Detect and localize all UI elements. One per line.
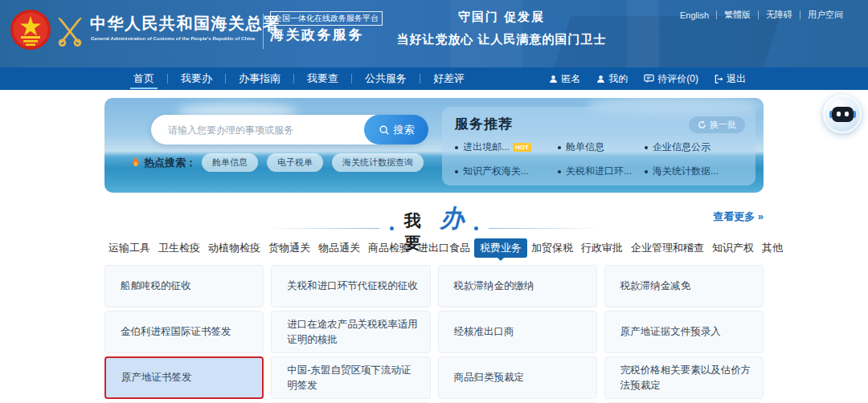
recommend-item-manifest[interactable]: 舱单信息 xyxy=(558,140,640,154)
top-link-accessibility[interactable]: 无障碍 xyxy=(759,9,800,21)
search-bar: 搜索 xyxy=(151,115,426,145)
robot-face-icon xyxy=(832,107,854,122)
hot-search-label: 热点搜索： xyxy=(144,156,196,170)
service-card-approved-exporter[interactable]: 经核准出口商 xyxy=(438,311,597,353)
robot-eye xyxy=(845,112,849,116)
service-card-kimberley[interactable]: 金伯利进程国际证书签发 xyxy=(104,311,264,353)
hot-search-row: 热点搜索： 舱单信息 电子税单 海关统计数据查询 xyxy=(131,153,432,172)
tab-health-quarantine[interactable]: 卫生检疫 xyxy=(154,238,204,258)
chat-bubble-icon xyxy=(644,74,654,83)
nav-item-home[interactable]: 首页 xyxy=(121,67,167,90)
tab-transport[interactable]: 运输工具 xyxy=(104,238,154,258)
hot-tag-stats[interactable]: 海关统计数据查询 xyxy=(332,153,424,172)
slogan-line-1: 守国门 促发展 xyxy=(384,10,619,25)
service-grid: 船舶吨税的征收 关税和进口环节代征税的征收 税款滞纳金的缴纳 税款滞纳金减免 金… xyxy=(104,265,764,403)
top-link-user-space[interactable]: 用户空间 xyxy=(800,9,850,21)
tab-admin-approval[interactable]: 行政审批 xyxy=(577,238,627,258)
service-card-classification-ruling[interactable]: 商品归类预裁定 xyxy=(438,356,597,399)
service-card-tonnage-tax[interactable]: 船舶吨税的征收 xyxy=(104,265,264,307)
hot-badge: HOT xyxy=(513,143,531,152)
search-input[interactable] xyxy=(151,115,360,145)
recommend-label: 舱单信息 xyxy=(566,140,604,154)
search-button[interactable]: 搜索 xyxy=(364,115,428,145)
refresh-batch-button[interactable]: 换一批 xyxy=(689,116,745,133)
service-card-valuation-ruling[interactable]: 完税价格相关要素以及估价方法预裁定 xyxy=(604,356,764,399)
recommend-label: 进出境邮... xyxy=(463,140,510,154)
service-card-origin-certificate-highlighted[interactable]: 原产地证书签发 xyxy=(104,356,264,399)
section-head: 我要 办 查看更多 » xyxy=(104,202,764,230)
main-navbar: 首页 我要办 办事指南 我要查 公共服务 好差评 匿名 我的 待评价(0) xyxy=(0,67,868,90)
site-title: 中华人民共和国海关总署 xyxy=(90,13,280,35)
bullet-dot xyxy=(455,146,458,149)
platform-badge: 全国一体化在线政务服务平台 xyxy=(270,11,383,26)
hot-tag-etax[interactable]: 电子税单 xyxy=(267,153,323,172)
tab-enterprise-audit[interactable]: 企业管理和稽查 xyxy=(627,238,708,258)
nav-user-pending-evaluation[interactable]: 待评价(0) xyxy=(644,72,698,86)
tab-commodity-inspection[interactable]: 商品检验 xyxy=(364,238,414,258)
tab-articles-clearance[interactable]: 物品通关 xyxy=(314,238,364,258)
site-title-english: General Administration of Customs of the… xyxy=(91,35,255,41)
platform-name: 海关政务服务 xyxy=(270,26,364,44)
decor-line-right xyxy=(489,228,600,229)
nav-user-mine[interactable]: 我的 xyxy=(596,72,628,86)
slogan-line-2: 当好让党放心 让人民满意的国门卫士 xyxy=(384,32,619,47)
assistant-robot-button[interactable] xyxy=(823,95,862,133)
tab-ipr[interactable]: 知识产权 xyxy=(708,238,758,258)
nav-item-rating[interactable]: 好差评 xyxy=(420,67,477,90)
flame-icon xyxy=(131,157,141,169)
nav-user-anonymous[interactable]: 匿名 xyxy=(549,72,580,86)
service-card-origin-doc-preentry[interactable]: 原产地证据文件预录入 xyxy=(604,311,764,353)
recommend-label: 关税和进口环... xyxy=(566,165,632,178)
nav-item-guide[interactable]: 办事指南 xyxy=(226,67,293,90)
recommend-items: 进出境邮... HOT 舱单信息 企业信息公示 知识产权海关... xyxy=(455,140,754,178)
tab-import-export-food[interactable]: 进出口食品 xyxy=(414,238,474,258)
customs-keys-icon xyxy=(56,16,84,48)
nav-item-public-service[interactable]: 公共服务 xyxy=(352,67,420,90)
service-card-late-fee-reduction[interactable]: 税款滞纳金减免 xyxy=(604,265,764,307)
tab-animal-plant[interactable]: 动植物检疫 xyxy=(204,238,264,258)
hot-tag-manifest[interactable]: 舱单信息 xyxy=(202,153,258,172)
service-card-tariff-collection[interactable]: 关税和进口环节代征税的征收 xyxy=(271,265,430,307)
tab-processing-trade[interactable]: 加贸保税 xyxy=(527,238,577,258)
robot-eye xyxy=(837,112,841,116)
recommend-item-company-info[interactable]: 企业信息公示 xyxy=(645,140,754,154)
nav-user-area: 匿名 我的 待评价(0) 退出 xyxy=(549,67,746,90)
recommend-item-mail[interactable]: 进出境邮... HOT xyxy=(455,140,553,154)
nav-user-label: 待评价(0) xyxy=(657,72,698,86)
national-emblem-icon xyxy=(10,9,51,51)
bullet-dot xyxy=(558,170,561,173)
bullet-dot xyxy=(455,170,458,173)
recommend-item-ipr[interactable]: 知识产权海关... xyxy=(455,165,553,178)
service-card-late-fee-payment[interactable]: 税款滞纳金的缴纳 xyxy=(438,265,597,307)
nav-user-label: 匿名 xyxy=(561,72,580,86)
search-icon xyxy=(379,124,390,136)
recommend-item-tariff[interactable]: 关税和进口环... xyxy=(558,165,640,178)
top-link-traditional[interactable]: 繁體版 xyxy=(717,9,758,21)
decor-dot xyxy=(474,226,478,230)
service-card-agri-tariff-cert[interactable]: 进口在途农产品关税税率适用证明的核批 xyxy=(271,311,430,353)
nav-items: 首页 我要办 办事指南 我要查 公共服务 好差评 xyxy=(121,67,477,90)
tab-tax-business[interactable]: 税费业务 xyxy=(474,238,527,258)
logout-icon xyxy=(714,75,723,83)
service-card-asean-movement-cert[interactable]: 中国-东盟自贸区项下流动证明签发 xyxy=(271,356,430,399)
nav-item-query[interactable]: 我要查 xyxy=(294,67,351,90)
recommend-label: 海关统计数据... xyxy=(653,165,719,178)
tab-cargo-clearance[interactable]: 货物通关 xyxy=(264,238,314,258)
nav-user-logout[interactable]: 退出 xyxy=(714,72,746,86)
recommend-item-stats[interactable]: 海关统计数据... xyxy=(645,165,754,178)
recommend-label: 企业信息公示 xyxy=(653,140,710,154)
search-button-label: 搜索 xyxy=(394,123,415,137)
nav-user-label: 退出 xyxy=(727,72,746,86)
hero-banner: 搜索 热点搜索： 舱单信息 电子税单 海关统计数据查询 服务推荐 换一批 进出境… xyxy=(104,98,764,193)
nav-item-apply[interactable]: 我要办 xyxy=(168,67,225,90)
service-recommend-panel: 服务推荐 换一批 进出境邮... HOT 舱单信息 企业信息公示 xyxy=(442,107,755,185)
decor-line-left xyxy=(268,228,379,229)
bullet-dot xyxy=(645,170,648,173)
category-tabs: 运输工具 卫生检疫 动植物检疫 货物通关 物品通关 商品检验 进出口食品 税费业… xyxy=(104,238,764,258)
bullet-dot xyxy=(558,146,561,149)
nav-user-label: 我的 xyxy=(608,72,628,86)
top-link-english[interactable]: English xyxy=(673,10,716,20)
view-more-link[interactable]: 查看更多 » xyxy=(713,210,764,224)
tab-other[interactable]: 其他 xyxy=(758,238,787,258)
section-title-accent: 办 xyxy=(440,202,464,235)
